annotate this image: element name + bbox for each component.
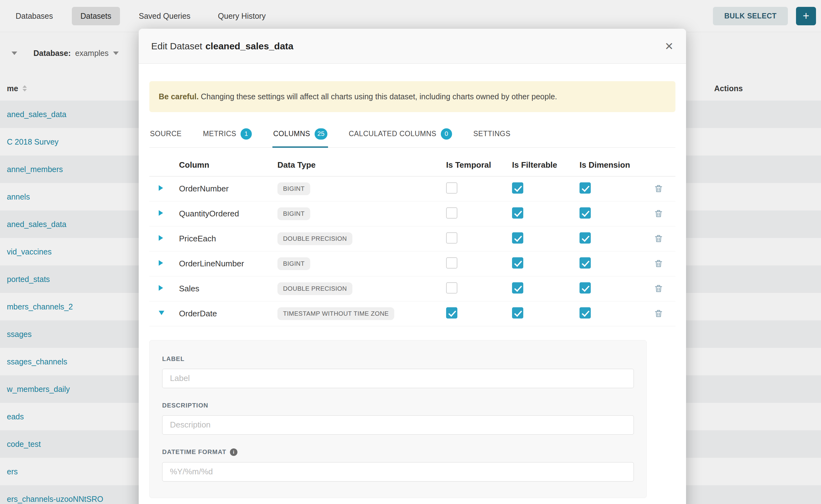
tab-badge: 1 [240,128,252,140]
is-temporal-checkbox[interactable] [446,257,458,269]
label-field-label: LABEL [162,355,634,363]
datetime-format-field-label: DATETIME FORMAT i [162,448,634,456]
tab-settings[interactable]: SETTINGS [473,120,511,148]
data-type-pill: BIGINT [277,257,310,270]
is-dimension-header: Is Dimension [580,160,654,170]
is-temporal-checkbox[interactable] [446,282,458,294]
expand-caret-icon[interactable] [159,260,163,266]
is-temporal-checkbox[interactable] [446,207,458,219]
column-name: QuantityOrdered [179,209,277,219]
columns-table-body: OrderNumber BIGINT QuantityOrdered BIGIN… [149,176,675,326]
tab-columns[interactable]: COLUMNS 25 [272,120,328,148]
modal-title: Edit Datasetcleaned_sales_data [151,41,293,52]
column-name: OrderNumber [179,184,277,194]
column-header: Column [179,160,277,170]
datetime-format-label-text: DATETIME FORMAT [162,448,226,456]
tab-badge: 0 [441,128,452,140]
warning-bold-text: Be careful. [159,92,199,101]
tab-badge: 25 [314,128,327,140]
data-type-pill: BIGINT [277,207,310,220]
edit-dataset-modal: Edit Datasetcleaned_sales_data ✕ Be care… [139,29,686,504]
tab-label: METRICS [203,130,236,138]
data-type-header: Data Type [277,160,446,170]
description-field-label-text: DESCRIPTION [162,402,208,409]
column-row: OrderNumber BIGINT [149,176,675,201]
data-type-pill: DOUBLE PRECISION [277,232,352,245]
columns-table-header: Column Data Type Is Temporal Is Filterab… [149,154,675,176]
datetime-format-field-group: DATETIME FORMAT i [162,448,634,482]
expand-caret-icon[interactable] [159,311,164,315]
modal-title-prefix: Edit Dataset [151,41,202,51]
column-row: OrderLineNumber BIGINT [149,251,675,276]
close-icon[interactable]: ✕ [665,41,674,52]
is-dimension-checkbox[interactable] [580,307,591,319]
column-name: PriceEach [179,234,277,244]
is-filterable-checkbox[interactable] [512,207,523,219]
is-filterable-checkbox[interactable] [512,307,523,319]
label-field-group: LABEL [162,355,634,388]
delete-icon[interactable] [654,209,675,218]
info-icon[interactable]: i [230,448,237,456]
is-temporal-checkbox[interactable] [446,182,458,194]
delete-icon[interactable] [654,184,675,193]
delete-icon[interactable] [654,284,675,293]
data-type-pill: TIMESTAMP WITHOUT TIME ZONE [277,307,394,320]
datetime-format-input[interactable] [162,462,634,482]
screen: Databases Datasets Saved Queries Query H… [0,0,821,504]
modal-tabs: SOURCE METRICS 1 COLUMNS 25 CALCULATED C… [149,120,675,148]
columns-table: Column Data Type Is Temporal Is Filterab… [149,154,675,326]
column-detail-panel: LABEL DESCRIPTION DATETIME FORMAT i [149,340,647,498]
expand-caret-icon[interactable] [159,185,163,191]
expand-caret-icon[interactable] [159,235,163,241]
description-field-label: DESCRIPTION [162,402,634,409]
tab-label: COLUMNS [273,130,310,138]
column-name: OrderLineNumber [179,259,277,269]
is-dimension-checkbox[interactable] [580,207,591,219]
is-temporal-header: Is Temporal [446,160,512,170]
tab-calculated-columns[interactable]: CALCULATED COLUMNS 0 [348,120,453,148]
tab-label: SOURCE [150,130,181,138]
is-dimension-checkbox[interactable] [580,257,591,269]
is-filterable-checkbox[interactable] [512,282,523,294]
data-type-pill: DOUBLE PRECISION [277,282,352,295]
column-row: Sales DOUBLE PRECISION [149,276,675,301]
label-field-label-text: LABEL [162,355,185,363]
expand-caret-icon[interactable] [159,285,163,291]
is-filterable-checkbox[interactable] [512,257,523,269]
is-dimension-checkbox[interactable] [580,232,591,244]
is-dimension-checkbox[interactable] [580,282,591,294]
tab-source[interactable]: SOURCE [149,120,182,148]
column-name: Sales [179,284,277,294]
column-row: PriceEach DOUBLE PRECISION [149,226,675,251]
delete-icon[interactable] [654,234,675,243]
data-type-pill: BIGINT [277,182,310,195]
is-filterable-header: Is Filterable [512,160,580,170]
modal-title-dataset: cleaned_sales_data [205,41,293,51]
is-temporal-checkbox[interactable] [446,232,458,244]
description-field-group: DESCRIPTION [162,402,634,435]
is-temporal-checkbox[interactable] [446,307,458,319]
tab-metrics[interactable]: METRICS 1 [202,120,252,148]
label-input[interactable] [162,369,634,388]
modal-header: Edit Datasetcleaned_sales_data ✕ [139,29,686,64]
column-row: OrderDate TIMESTAMP WITHOUT TIME ZONE [149,301,675,326]
column-row: QuantityOrdered BIGINT [149,201,675,226]
tab-label: SETTINGS [473,130,511,138]
is-dimension-checkbox[interactable] [580,182,591,194]
delete-icon[interactable] [654,309,675,318]
is-filterable-checkbox[interactable] [512,182,523,194]
column-name: OrderDate [179,309,277,319]
warning-text: Changing these settings will affect all … [199,92,557,101]
tab-label: CALCULATED COLUMNS [349,130,437,138]
expand-caret-icon[interactable] [159,210,163,216]
description-input[interactable] [162,415,634,435]
delete-icon[interactable] [654,259,675,268]
is-filterable-checkbox[interactable] [512,232,523,244]
warning-banner: Be careful. Changing these settings will… [149,81,675,112]
